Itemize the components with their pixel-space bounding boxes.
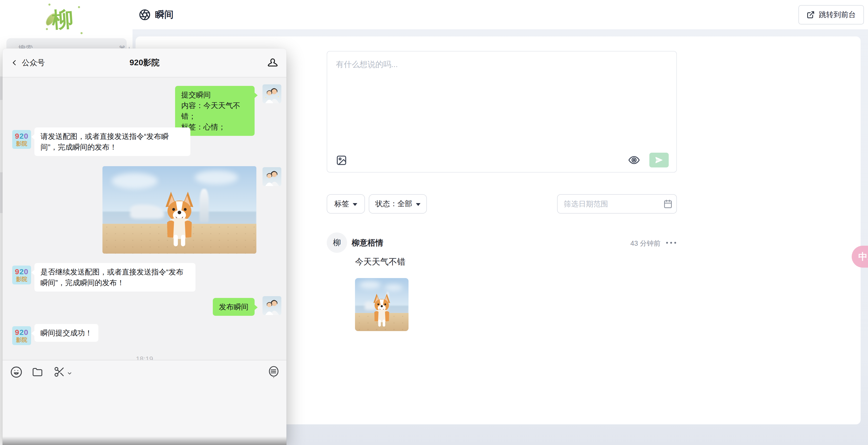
chat-bubble-incoming: 瞬间提交成功！ xyxy=(34,324,98,342)
corgi-dog-illustration xyxy=(368,292,396,329)
logo-dot xyxy=(49,4,51,6)
bot-avatar: 920 影院 xyxy=(12,130,31,149)
folder-icon xyxy=(32,366,43,378)
logo-dot xyxy=(78,6,80,8)
composer-textarea[interactable] xyxy=(336,59,667,146)
post-image-thumbnail[interactable] xyxy=(355,278,408,331)
avatar-initial: 柳 xyxy=(333,237,341,248)
message-text: 瞬间提交成功！ xyxy=(40,327,92,338)
corgi-dog-illustration xyxy=(156,189,203,250)
bot-avatar-digits: 920 xyxy=(15,132,28,140)
window-bottom-shadow xyxy=(3,436,286,445)
bot-avatar-digits: 920 xyxy=(15,328,28,336)
file-button[interactable] xyxy=(32,366,44,378)
external-link-icon xyxy=(807,11,815,19)
couple-photo-avatar xyxy=(262,167,281,186)
couple-photo-avatar xyxy=(262,84,281,103)
bot-avatar-caption: 影院 xyxy=(16,337,27,343)
chat-bubble-incoming: 是否继续发送配图，或者直接发送指令“发布瞬间”，完成瞬间的发布！ xyxy=(34,263,195,292)
visibility-button[interactable] xyxy=(628,154,640,166)
user-avatar xyxy=(262,296,281,315)
emoji-button[interactable] xyxy=(10,366,23,378)
date-range-input[interactable] xyxy=(564,200,660,208)
bot-avatar-caption: 影院 xyxy=(16,141,27,147)
corgi-beach-photo xyxy=(355,278,408,331)
page-title: 瞬间 xyxy=(155,8,174,21)
bubble-tail xyxy=(254,305,258,310)
chat-history-button[interactable] xyxy=(268,366,280,378)
smiley-icon xyxy=(10,366,23,378)
chevron-down-icon xyxy=(353,203,357,206)
app-root: 柳 ⌘ + K 瞬间 跳转到前台 xyxy=(0,0,868,445)
user-avatar xyxy=(262,167,281,186)
message-line: 标签：心情； xyxy=(181,122,248,132)
filters-row: 标签 状态：全部 xyxy=(327,194,677,214)
message-text: 是否继续发送配图，或者直接发送指令“发布瞬间”，完成瞬间的发布！ xyxy=(40,266,189,288)
chat-message-list: 提交瞬间 内容：今天天气不错； 标签：心情； 920 影院 请发送配图，或者直接… xyxy=(3,77,286,360)
tag-filter-label: 标签 xyxy=(334,199,349,209)
bubble-tail xyxy=(31,330,35,336)
message-line: 提交瞬间 xyxy=(181,90,248,100)
chat-window: 公众号 920影院 xyxy=(3,49,286,445)
avatar: 柳 xyxy=(327,232,347,253)
translate-label: 中A xyxy=(858,251,868,263)
message-text: 请发送配图，或者直接发送指令“发布瞬间”，完成瞬间的发布！ xyxy=(40,131,184,152)
couple-photo-avatar xyxy=(262,296,281,315)
scissors-icon xyxy=(54,366,65,378)
bot-avatar: 920 影院 xyxy=(12,265,31,284)
bot-avatar: 920 影院 xyxy=(12,326,31,345)
bot-avatar-digits: 920 xyxy=(15,268,28,276)
post-timestamp: 43 分钟前 xyxy=(599,239,660,248)
user-avatar xyxy=(262,84,281,103)
sent-photo-message[interactable] xyxy=(102,166,256,254)
chevron-down-icon xyxy=(416,203,421,206)
status-filter-dropdown[interactable]: 状态：全部 xyxy=(369,194,427,214)
logo-character: 柳 xyxy=(51,4,74,35)
message-list-icon xyxy=(268,366,280,378)
message-text: 发布瞬间 xyxy=(219,301,248,312)
chat-bubble-outgoing: 发布瞬间 xyxy=(213,298,255,316)
chat-title: 920影院 xyxy=(3,49,286,77)
main-header: 瞬间 跳转到前台 xyxy=(132,0,868,29)
post-content: 今天天气不错 xyxy=(355,256,405,267)
chat-header: 公众号 920影院 xyxy=(3,49,286,77)
bubble-tail xyxy=(31,134,35,140)
message-line: 内容：今天天气不错； xyxy=(181,100,248,122)
tag-filter-dropdown[interactable]: 标签 xyxy=(327,194,365,214)
chat-bubble-incoming: 请发送配图，或者直接发送指令“发布瞬间”，完成瞬间的发布！ xyxy=(34,127,190,156)
bubble-tail xyxy=(254,93,258,98)
person-icon xyxy=(267,57,279,69)
logo-dot xyxy=(81,32,83,34)
logo-dot xyxy=(46,28,48,30)
image-icon xyxy=(336,155,347,166)
app-logo: 柳 xyxy=(48,4,88,37)
post-menu-button[interactable] xyxy=(666,242,676,244)
corgi-beach-photo xyxy=(102,166,256,254)
post-author: 柳意梧情 xyxy=(352,237,383,248)
jump-to-front-label: 跳转到前台 xyxy=(819,10,856,20)
chevron-down-icon[interactable] xyxy=(67,371,72,376)
chat-timestamp: 18:19 xyxy=(3,355,286,360)
bubble-tail xyxy=(31,269,35,275)
send-icon xyxy=(655,156,663,164)
eye-icon xyxy=(628,154,640,166)
calendar-icon xyxy=(663,199,673,209)
moment-composer xyxy=(327,51,677,172)
status-filter-label: 状态：全部 xyxy=(375,199,412,209)
publish-button[interactable] xyxy=(649,153,669,167)
chat-input-area[interactable] xyxy=(3,360,286,445)
contact-profile-button[interactable] xyxy=(267,57,279,69)
aperture-icon xyxy=(139,9,151,21)
bot-avatar-caption: 影院 xyxy=(16,277,27,282)
page-title-group: 瞬间 xyxy=(139,0,174,29)
screenshot-button[interactable] xyxy=(54,366,66,378)
composer-actions xyxy=(628,153,669,167)
add-image-button[interactable] xyxy=(336,155,347,166)
jump-to-front-button[interactable]: 跳转到前台 xyxy=(799,5,864,25)
date-range-picker[interactable] xyxy=(557,194,677,214)
